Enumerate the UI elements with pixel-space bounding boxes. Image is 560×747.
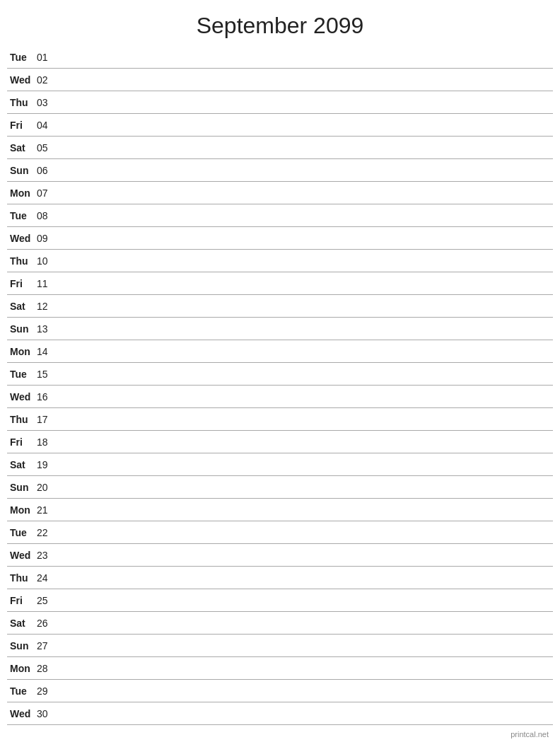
day-number: 22 — [37, 527, 57, 538]
day-name: Wed — [7, 708, 37, 719]
day-name: Sun — [7, 323, 37, 335]
calendar-row: Fri11 — [7, 272, 553, 295]
calendar-row: Fri04 — [7, 114, 553, 137]
day-name: Wed — [7, 391, 37, 403]
day-number: 13 — [37, 323, 57, 335]
calendar-row: Thu10 — [7, 250, 553, 272]
day-number: 20 — [37, 482, 57, 493]
calendar-row: Tue08 — [7, 204, 553, 227]
calendar-row: Mon14 — [7, 340, 553, 363]
day-name: Tue — [7, 685, 37, 697]
calendar-row: Mon07 — [7, 182, 553, 204]
day-number: 08 — [37, 210, 57, 221]
day-name: Thu — [7, 97, 37, 108]
day-name: Sat — [7, 618, 37, 629]
day-number: 03 — [37, 97, 57, 108]
day-name: Wed — [7, 550, 37, 561]
day-name: Tue — [7, 210, 37, 221]
calendar-row: Wed23 — [7, 544, 553, 567]
day-name: Thu — [7, 414, 37, 425]
day-name: Tue — [7, 52, 37, 63]
day-name: Thu — [7, 255, 37, 267]
calendar-row: Sat19 — [7, 453, 553, 476]
calendar-row: Sat12 — [7, 295, 553, 318]
day-name: Fri — [7, 278, 37, 289]
footer-text: printcal.net — [511, 730, 549, 739]
day-number: 14 — [37, 346, 57, 357]
day-name: Tue — [7, 527, 37, 538]
day-number: 24 — [37, 572, 57, 584]
calendar-row: Mon28 — [7, 657, 553, 680]
day-name: Tue — [7, 369, 37, 380]
day-number: 26 — [37, 618, 57, 629]
calendar-row: Sat26 — [7, 612, 553, 635]
day-number: 06 — [37, 165, 57, 176]
page-title: September 2099 — [0, 0, 560, 46]
day-number: 05 — [37, 142, 57, 154]
calendar-row: Wed09 — [7, 227, 553, 250]
day-number: 10 — [37, 255, 57, 267]
calendar-row: Sun13 — [7, 318, 553, 340]
day-name: Fri — [7, 436, 37, 448]
day-name: Mon — [7, 663, 37, 674]
day-name: Mon — [7, 346, 37, 357]
day-name: Sat — [7, 301, 37, 312]
day-name: Wed — [7, 233, 37, 244]
calendar-row: Fri25 — [7, 589, 553, 612]
day-number: 21 — [37, 504, 57, 516]
day-name: Sat — [7, 142, 37, 154]
day-number: 25 — [37, 595, 57, 606]
day-name: Mon — [7, 504, 37, 516]
day-name: Fri — [7, 120, 37, 131]
calendar-row: Mon21 — [7, 499, 553, 521]
day-number: 18 — [37, 436, 57, 448]
day-number: 19 — [37, 459, 57, 470]
day-number: 23 — [37, 550, 57, 561]
day-number: 28 — [37, 663, 57, 674]
day-name: Mon — [7, 187, 37, 199]
calendar-row: Sun06 — [7, 159, 553, 182]
day-name: Sun — [7, 640, 37, 652]
day-number: 11 — [37, 278, 57, 289]
calendar-row: Thu03 — [7, 91, 553, 114]
calendar-row: Sat05 — [7, 137, 553, 159]
day-number: 16 — [37, 391, 57, 403]
day-name: Wed — [7, 74, 37, 86]
calendar-grid: Tue01Wed02Thu03Fri04Sat05Sun06Mon07Tue08… — [0, 46, 560, 725]
day-number: 07 — [37, 187, 57, 199]
day-number: 27 — [37, 640, 57, 652]
calendar-row: Thu24 — [7, 567, 553, 589]
day-number: 02 — [37, 74, 57, 86]
day-name: Sun — [7, 482, 37, 493]
day-number: 12 — [37, 301, 57, 312]
day-name: Thu — [7, 572, 37, 584]
day-number: 01 — [37, 52, 57, 63]
calendar-row: Wed30 — [7, 702, 553, 725]
calendar-row: Tue01 — [7, 46, 553, 69]
calendar-row: Sun27 — [7, 635, 553, 657]
calendar-row: Tue15 — [7, 363, 553, 386]
day-name: Sat — [7, 459, 37, 470]
calendar-row: Wed16 — [7, 386, 553, 408]
day-number: 17 — [37, 414, 57, 425]
calendar-row: Fri18 — [7, 431, 553, 453]
calendar-row: Tue22 — [7, 521, 553, 544]
day-number: 15 — [37, 369, 57, 380]
calendar-row: Tue29 — [7, 680, 553, 702]
day-number: 30 — [37, 708, 57, 719]
day-name: Fri — [7, 595, 37, 606]
calendar-row: Sun20 — [7, 476, 553, 499]
day-number: 29 — [37, 685, 57, 697]
calendar-row: Thu17 — [7, 408, 553, 431]
calendar-row: Wed02 — [7, 69, 553, 91]
day-number: 04 — [37, 120, 57, 131]
day-name: Sun — [7, 165, 37, 176]
day-number: 09 — [37, 233, 57, 244]
